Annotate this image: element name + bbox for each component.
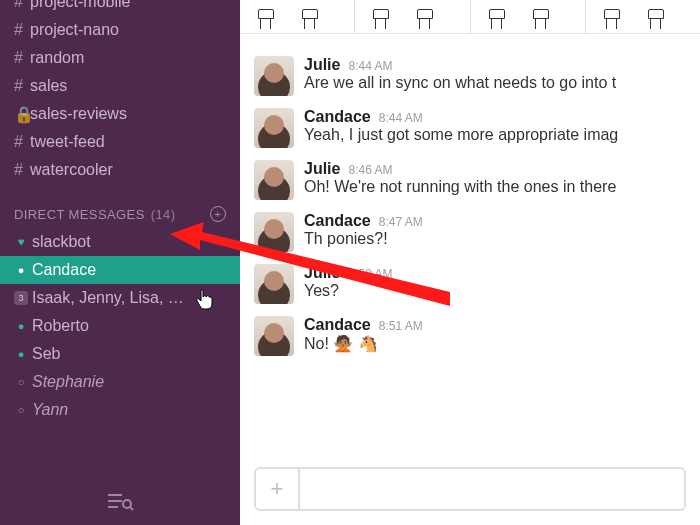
dm-label: Candace [32,261,96,279]
message-list: Julie8:44 AM Are we all in sync on what … [240,44,700,459]
sender-name[interactable]: Julie [304,264,340,282]
dm-list: ♥ slackbot Candace 3 Isaak, Jenny, Lisa,… [0,228,240,424]
channel-label: random [30,49,84,67]
message-input[interactable] [300,480,684,498]
hash-icon: # [14,133,30,151]
svg-line-4 [130,507,133,510]
timestamp: 8:50 AM [348,267,392,281]
dm-section-label: DIRECT MESSAGES [14,207,145,222]
attach-button[interactable]: + [256,469,300,509]
timestamp: 8:44 AM [348,59,392,73]
dm-section-header[interactable]: DIRECT MESSAGES (14) + [0,192,240,228]
channel-label: project-nano [30,21,119,39]
sidebar-channel[interactable]: #watercooler [0,156,240,184]
presence-dot-icon [14,320,28,332]
sender-name[interactable]: Candace [304,108,371,126]
message-text: Th ponies?! [304,230,686,248]
hash-icon: # [14,49,30,67]
presence-dot-icon [14,404,28,416]
dm-label: Stephanie [32,373,104,391]
sidebar-channel[interactable]: 🔒sales-reviews [0,100,240,128]
message-text: Yeah, I just got some more appropriate i… [304,126,686,144]
heart-icon: ♥ [14,235,28,249]
channel-label: watercooler [30,161,113,179]
sender-name[interactable]: Candace [304,212,371,230]
message[interactable]: Julie8:44 AM Are we all in sync on what … [240,50,700,102]
dm-label: slackbot [32,233,91,251]
channel-label: project-mobile [30,0,130,11]
sidebar: #project-mobile #project-nano #random #s… [0,0,240,525]
sidebar-channel[interactable]: #random [0,44,240,72]
presence-dot-icon [14,348,28,360]
message[interactable]: Julie8:50 AM Yes? [240,258,700,310]
timestamp: 8:47 AM [379,215,423,229]
dm-label: Seb [32,345,60,363]
presence-dot-icon [14,264,28,276]
timestamp: 8:44 AM [379,111,423,125]
presence-dot-icon [14,376,28,388]
dm-item-slackbot[interactable]: ♥ slackbot [0,228,240,256]
sidebar-channel[interactable]: #project-mobile [0,0,240,16]
dm-count: (14) [151,207,176,222]
sidebar-channel[interactable]: #tweet-feed [0,128,240,156]
sender-name[interactable]: Julie [304,56,340,74]
dm-item-candace[interactable]: Candace [0,256,240,284]
message[interactable]: Candace8:47 AM Th ponies?! [240,206,700,258]
message-text: Are we all in sync on what needs to go i… [304,74,686,92]
svg-point-3 [123,500,131,508]
timestamp: 8:51 AM [379,319,423,333]
channel-label: sales-reviews [30,105,127,123]
dm-label: Isaak, Jenny, Lisa, … [32,289,184,307]
dm-item-stephanie[interactable]: Stephanie [0,368,240,396]
avatar[interactable] [254,264,294,304]
dm-item-roberto[interactable]: Roberto [0,312,240,340]
message-text: No! 🙅🏽 🐴 [304,334,686,353]
main-pane: Julie8:44 AM Are we all in sync on what … [240,0,700,525]
sender-name[interactable]: Candace [304,316,371,334]
app-root: #project-mobile #project-nano #random #s… [0,0,700,525]
lock-icon: 🔒 [14,105,30,124]
message[interactable]: Candace8:44 AM Yeah, I just got some mor… [240,102,700,154]
dm-item-group[interactable]: 3 Isaak, Jenny, Lisa, … [0,284,240,312]
dm-label: Roberto [32,317,89,335]
avatar[interactable] [254,56,294,96]
new-dm-button[interactable]: + [210,206,226,222]
hash-icon: # [14,77,30,95]
dm-item-yann[interactable]: Yann [0,396,240,424]
timestamp: 8:46 AM [348,163,392,177]
sender-name[interactable]: Julie [304,160,340,178]
channel-list: #project-mobile #project-nano #random #s… [0,0,240,192]
hash-icon: # [14,161,30,179]
sidebar-channel[interactable]: #project-nano [0,16,240,44]
dm-label: Yann [32,401,68,419]
dm-item-seb[interactable]: Seb [0,340,240,368]
avatar[interactable] [254,316,294,356]
channel-label: sales [30,77,67,95]
hash-icon: # [14,0,30,11]
quick-switcher-button[interactable] [0,479,240,525]
avatar[interactable] [254,212,294,252]
message-text: Oh! We're not running with the ones in t… [304,178,686,196]
quick-switcher-icon [106,492,134,512]
avatar[interactable] [254,108,294,148]
message-text: Yes? [304,282,686,300]
avatar[interactable] [254,160,294,200]
channel-label: tweet-feed [30,133,105,151]
image-strip [240,0,700,34]
message-composer[interactable]: + [254,467,686,511]
hash-icon: # [14,21,30,39]
group-count-badge: 3 [14,291,28,305]
message[interactable]: Candace8:51 AM No! 🙅🏽 🐴 [240,310,700,362]
sidebar-channel[interactable]: #sales [0,72,240,100]
message[interactable]: Julie8:46 AM Oh! We're not running with … [240,154,700,206]
